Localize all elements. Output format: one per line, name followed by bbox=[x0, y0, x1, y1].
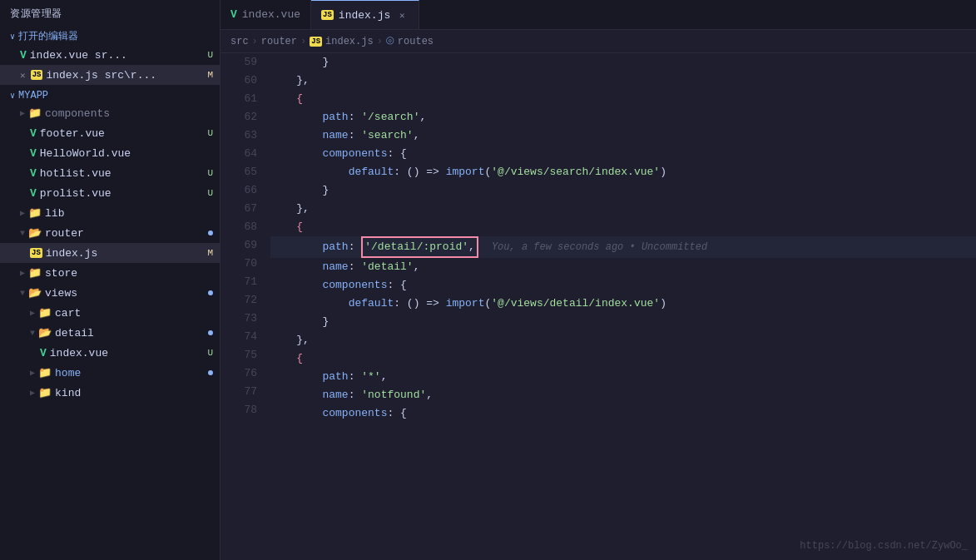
vue-icon: V bbox=[230, 8, 237, 21]
vue-icon: V bbox=[30, 147, 37, 160]
folder-name: home bbox=[55, 367, 205, 379]
code-line-75: { bbox=[270, 349, 976, 368]
js-icon: JS bbox=[30, 248, 42, 258]
breadcrumb-symbol: routes bbox=[398, 36, 434, 47]
sidebar-item-kind[interactable]: ▶ 📁 kind bbox=[0, 383, 220, 403]
open-editor-name: index.js src\r... bbox=[46, 69, 204, 82]
code-content[interactable]: } }, { path: '/search', name: 'search', bbox=[264, 53, 976, 560]
vue-icon: V bbox=[30, 127, 37, 140]
chevron-down-icon: ▼ bbox=[20, 289, 25, 298]
sidebar-item-hotlist[interactable]: V hotlist.vue U bbox=[0, 163, 220, 183]
folder-icon: 📁 bbox=[38, 366, 52, 379]
tab-close-button[interactable]: ✕ bbox=[395, 8, 409, 22]
badge-m: M bbox=[207, 70, 213, 80]
sidebar-item-detail-indexvue[interactable]: V index.vue U bbox=[0, 343, 220, 363]
breadcrumb-symbol-icon: ⦾ bbox=[386, 36, 394, 47]
chevron-right-icon: ▶ bbox=[30, 388, 35, 398]
project-section[interactable]: ∨ MYAPP bbox=[0, 85, 220, 103]
code-line-71: components: { bbox=[270, 276, 976, 295]
file-name: footer.vue bbox=[40, 127, 205, 140]
code-line-73: } bbox=[270, 313, 976, 331]
sidebar-item-views[interactable]: ▼ 📂 views bbox=[0, 283, 220, 303]
file-name: hotlist.vue bbox=[40, 167, 205, 180]
badge-m: M bbox=[207, 248, 213, 258]
folder-icon: 📁 bbox=[28, 266, 42, 280]
open-editor-index-vue[interactable]: V index.vue sr... U bbox=[0, 45, 220, 65]
badge-u: U bbox=[207, 348, 213, 358]
sidebar-item-lib[interactable]: ▶ 📁 lib bbox=[0, 203, 220, 223]
js-icon: JS bbox=[321, 10, 334, 20]
file-name: index.js bbox=[46, 247, 205, 260]
folder-name: components bbox=[45, 107, 213, 120]
folder-name: router bbox=[45, 227, 205, 240]
sidebar-item-footer-vue[interactable]: V footer.vue U bbox=[0, 123, 220, 143]
code-line-59: } bbox=[270, 53, 976, 72]
open-editor-index-js[interactable]: ✕ JS index.js src\r... M bbox=[0, 65, 220, 85]
file-name: prolist.vue bbox=[40, 187, 205, 200]
breadcrumb-sep: › bbox=[377, 36, 383, 47]
chevron-icon: ∨ bbox=[10, 32, 15, 42]
chevron-right-icon: ▶ bbox=[20, 108, 25, 118]
badge-u: U bbox=[207, 128, 213, 138]
tab-label: index.js bbox=[339, 9, 390, 22]
chevron-right-icon: ▶ bbox=[20, 268, 25, 278]
vue-icon: V bbox=[30, 187, 37, 200]
tab-bar: V index.vue JS index.js ✕ bbox=[220, 0, 976, 30]
tab-index-vue[interactable]: V index.vue bbox=[220, 0, 311, 29]
code-line-65: default: () => import('@/views/search/in… bbox=[270, 163, 976, 181]
modified-dot bbox=[208, 230, 213, 235]
vue-icon: V bbox=[40, 347, 47, 359]
sidebar-item-cart[interactable]: ▶ 📁 cart bbox=[0, 303, 220, 323]
chevron-right-icon: ▶ bbox=[30, 308, 35, 318]
code-line-69: path: '/detail/:proid', You, a few secon… bbox=[270, 236, 976, 258]
sidebar-item-detail[interactable]: ▼ 📂 detail bbox=[0, 323, 220, 343]
sidebar-item-router[interactable]: ▼ 📂 router bbox=[0, 223, 220, 243]
js-icon: JS bbox=[31, 70, 43, 80]
folder-name: views bbox=[45, 287, 205, 300]
breadcrumb-sep: › bbox=[252, 36, 258, 47]
badge-u: U bbox=[207, 188, 213, 198]
folder-name: lib bbox=[45, 207, 213, 220]
chevron-down-icon: ▼ bbox=[20, 229, 25, 238]
sidebar-item-router-indexjs[interactable]: JS index.js M bbox=[0, 243, 220, 263]
tab-label: index.vue bbox=[242, 8, 300, 21]
sidebar-item-store[interactable]: ▶ 📁 store bbox=[0, 263, 220, 283]
code-line-74: }, bbox=[270, 331, 976, 349]
editor-area: V index.vue JS index.js ✕ src › router ›… bbox=[220, 0, 976, 560]
modified-dot bbox=[208, 290, 213, 295]
sidebar: 资源管理器 ∨ 打开的编辑器 V index.vue sr... U ✕ JS … bbox=[0, 0, 220, 560]
sidebar-item-components[interactable]: ▶ 📁 components bbox=[0, 103, 220, 123]
open-editor-name: index.vue sr... bbox=[30, 49, 205, 62]
file-name: index.vue bbox=[50, 347, 205, 359]
sidebar-item-helloworld[interactable]: V HelloWorld.vue bbox=[0, 143, 220, 163]
breadcrumb-src: src bbox=[230, 36, 249, 47]
folder-icon: 📁 bbox=[28, 206, 42, 220]
modified-dot bbox=[208, 370, 213, 375]
chevron-down-icon: ▼ bbox=[30, 329, 35, 338]
badge-u: U bbox=[207, 50, 213, 60]
breadcrumb: src › router › JS index.js › ⦾ routes bbox=[220, 30, 976, 53]
folder-icon: 📁 bbox=[38, 306, 52, 320]
code-line-78: components: { bbox=[270, 404, 976, 423]
breadcrumb-filename: index.js bbox=[325, 36, 374, 47]
close-icon[interactable]: ✕ bbox=[20, 70, 26, 81]
git-annotation: You, a few seconds ago • Uncommitted bbox=[492, 238, 707, 256]
vue-icon: V bbox=[20, 49, 27, 62]
code-container: 59 60 61 62 63 64 65 66 67 68 69 70 71 7… bbox=[220, 53, 976, 560]
sidebar-title: 资源管理器 bbox=[0, 0, 220, 24]
watermark: https://blog.csdn.net/ZywOo_ bbox=[800, 540, 968, 552]
code-line-70: name: 'detail', bbox=[270, 258, 976, 276]
tab-index-js[interactable]: JS index.js ✕ bbox=[311, 0, 419, 29]
code-line-66: } bbox=[270, 181, 976, 200]
code-line-60: }, bbox=[270, 72, 976, 90]
folder-open-icon: 📂 bbox=[28, 286, 42, 300]
sidebar-item-prolist[interactable]: V prolist.vue U bbox=[0, 183, 220, 203]
sidebar-item-home[interactable]: ▶ 📁 home bbox=[0, 363, 220, 383]
chevron-right-icon: ▶ bbox=[30, 368, 35, 378]
code-line-77: name: 'notfound', bbox=[270, 386, 976, 404]
modified-dot bbox=[208, 330, 213, 335]
code-line-64: components: { bbox=[270, 145, 976, 163]
folder-icon: 📁 bbox=[38, 386, 52, 399]
open-editors-section[interactable]: ∨ 打开的编辑器 bbox=[0, 24, 220, 45]
code-line-76: path: '*', bbox=[270, 368, 976, 386]
